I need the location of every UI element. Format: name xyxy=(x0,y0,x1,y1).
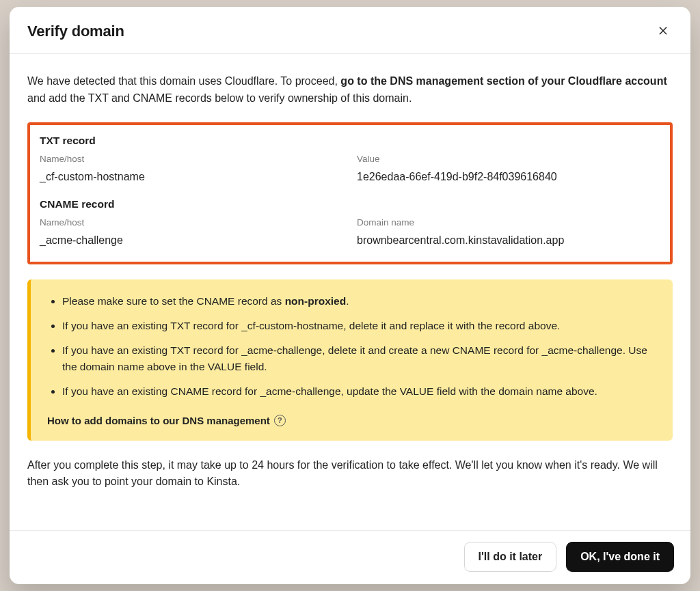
warning-item: If you have an existing TXT record for _… xyxy=(62,318,659,334)
txt-name-value: _cf-custom-hostname xyxy=(40,171,343,183)
cname-value-label: Domain name xyxy=(357,217,660,228)
cname-record-title: CNAME record xyxy=(40,198,660,210)
warning-item: If you have an existing TXT record for _… xyxy=(62,342,659,375)
txt-record-title: TXT record xyxy=(40,135,660,147)
done-button[interactable]: OK, I've done it xyxy=(566,542,674,572)
modal-header: Verify domain xyxy=(10,7,690,54)
intro-pre: We have detected that this domain uses C… xyxy=(27,75,340,87)
txt-name-label: Name/host xyxy=(40,154,343,164)
txt-record-block: TXT record Name/host _cf-custom-hostname… xyxy=(40,135,660,183)
intro-bold: go to the DNS management section of your… xyxy=(340,75,667,87)
cname-name-value: _acme-challenge xyxy=(40,234,343,247)
warning-item: Please make sure to set the CNAME record… xyxy=(62,293,659,310)
help-link-label: How to add domains to our DNS management xyxy=(47,415,270,426)
warning-box: Please make sure to set the CNAME record… xyxy=(27,279,673,441)
help-link[interactable]: How to add domains to our DNS management… xyxy=(47,415,286,426)
cname-record-block: CNAME record Name/host _acme-challenge D… xyxy=(40,198,660,247)
txt-value-label: Value xyxy=(357,154,660,164)
modal-body: We have detected that this domain uses C… xyxy=(10,54,690,530)
cname-value-value: brownbearcentral.com.kinstavalidation.ap… xyxy=(357,234,660,247)
modal-footer: I'll do it later OK, I've done it xyxy=(10,530,690,584)
intro-text: We have detected that this domain uses C… xyxy=(27,73,673,107)
help-icon: ? xyxy=(274,415,286,426)
later-button[interactable]: I'll do it later xyxy=(464,542,557,572)
warning-item: If you have an existing CNAME record for… xyxy=(62,383,659,400)
verify-domain-modal: Verify domain We have detected that this… xyxy=(10,7,690,584)
after-text: After you complete this step, it may tak… xyxy=(27,457,673,505)
intro-post: and add the TXT and CNAME records below … xyxy=(27,92,412,104)
warning-list: Please make sure to set the CNAME record… xyxy=(47,293,659,400)
txt-value-value: 1e26edaa-66ef-419d-b9f2-84f039616840 xyxy=(357,171,660,183)
close-icon xyxy=(658,25,669,38)
close-button[interactable] xyxy=(654,22,673,41)
modal-title: Verify domain xyxy=(27,23,124,40)
cname-name-label: Name/host xyxy=(40,217,343,228)
dns-records-box: TXT record Name/host _cf-custom-hostname… xyxy=(27,122,673,264)
